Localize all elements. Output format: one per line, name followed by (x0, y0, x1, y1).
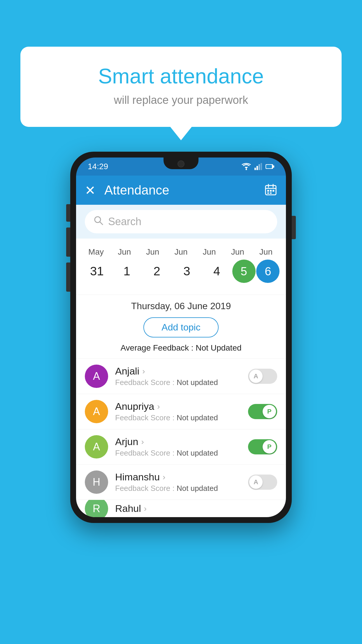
avatar-arjun: A (85, 435, 108, 459)
chevron-icon-anjali: › (142, 367, 145, 376)
volume-up-button (66, 204, 70, 222)
app-bar: ✕ Attendance (76, 176, 286, 205)
cal-month-1: Jun (110, 247, 138, 257)
bubble-subtitle: will replace your paperwork (44, 94, 318, 106)
cal-month-0: May (82, 247, 110, 257)
student-name-arjun[interactable]: Arjun › (115, 436, 248, 447)
chevron-icon-anupriya: › (157, 402, 160, 411)
status-icons (242, 163, 274, 170)
student-name-anupriya[interactable]: Anupriya › (115, 401, 248, 412)
front-camera (178, 160, 184, 167)
student-name-anjali[interactable]: Anjali › (115, 365, 248, 377)
date-info: Thursday, 06 June 2019 Add topic Average… (76, 295, 286, 358)
cal-month-2: Jun (138, 247, 167, 257)
bubble-title: Smart attendance (44, 64, 318, 88)
add-topic-button[interactable]: Add topic (143, 317, 218, 337)
search-placeholder: Search (108, 216, 141, 228)
toggle-arjun[interactable]: P (248, 439, 277, 454)
cal-month-4: Jun (195, 247, 224, 257)
student-info-partial: Rahul › (115, 503, 277, 514)
volume-down-button (66, 228, 70, 257)
avg-feedback: Average Feedback : Not Updated (85, 343, 277, 353)
phone-outer: 14:29 (70, 152, 292, 523)
toggle-anupriya[interactable]: P (248, 404, 277, 419)
svg-rect-7 (273, 165, 274, 168)
svg-marker-0 (245, 167, 248, 169)
student-info-anjali: Anjali › Feedback Score : Not updated (115, 365, 248, 387)
silent-button (66, 262, 70, 292)
student-item-anupriya: A Anupriya › Feedback Score : Not update… (76, 394, 286, 429)
svg-rect-8 (266, 165, 272, 168)
cal-month-6: Jun (252, 247, 280, 257)
battery-icon (266, 164, 274, 169)
avatar-anjali: A (85, 365, 108, 388)
student-info-himanshu: Himanshu › Feedback Score : Not updated (115, 471, 248, 493)
signal-icon (254, 163, 262, 170)
cal-month-3: Jun (167, 247, 195, 257)
svg-rect-17 (270, 192, 272, 194)
svg-rect-16 (267, 192, 269, 194)
cal-date-31[interactable]: 31 (82, 264, 111, 278)
speech-bubble: Smart attendance will replace your paper… (20, 47, 342, 127)
feedback-anjali: Feedback Score : Not updated (115, 378, 248, 387)
chevron-icon-himanshu: › (163, 473, 165, 482)
student-name-partial[interactable]: Rahul › (115, 503, 277, 514)
chevron-icon-partial: › (144, 504, 147, 513)
avg-feedback-value: Not Updated (196, 343, 241, 352)
svg-rect-13 (267, 190, 269, 192)
students-list: A Anjali › Feedback Score : Not updated … (76, 358, 286, 517)
chevron-icon-arjun: › (141, 437, 144, 447)
student-info-arjun: Arjun › Feedback Score : Not updated (115, 436, 248, 458)
phone-screen: 14:29 (76, 158, 286, 517)
power-button (292, 216, 296, 239)
app-bar-title: Attendance (104, 183, 264, 197)
student-item-anjali: A Anjali › Feedback Score : Not updated … (76, 358, 286, 394)
calendar-dates: 31 1 2 3 4 5 6 (82, 260, 280, 283)
svg-rect-14 (270, 190, 272, 192)
cal-date-4[interactable]: 4 (202, 264, 231, 278)
student-item-arjun: A Arjun › Feedback Score : Not updated P (76, 429, 286, 464)
feedback-himanshu: Feedback Score : Not updated (115, 484, 248, 493)
cal-date-1[interactable]: 1 (112, 264, 141, 278)
student-name-himanshu[interactable]: Himanshu › (115, 471, 248, 483)
search-icon (94, 216, 103, 228)
speech-bubble-container: Smart attendance will replace your paper… (20, 47, 342, 127)
phone-container: 14:29 (70, 152, 292, 523)
avg-feedback-label: Average Feedback : (120, 343, 196, 352)
calendar-container: May Jun Jun Jun Jun Jun Jun 31 1 2 3 4 5… (76, 239, 286, 295)
student-item-himanshu: H Himanshu › Feedback Score : Not update… (76, 464, 286, 500)
svg-line-19 (100, 222, 103, 225)
student-item-partial: R Rahul › (76, 500, 286, 517)
avatar-partial: R (85, 500, 108, 517)
svg-point-1 (246, 169, 247, 170)
status-time: 14:29 (88, 162, 108, 171)
calendar-icon[interactable] (264, 183, 277, 197)
svg-rect-2 (254, 168, 256, 170)
search-bar[interactable]: Search (85, 210, 277, 233)
close-button[interactable]: ✕ (85, 183, 96, 198)
svg-rect-15 (273, 190, 274, 192)
student-info-anupriya: Anupriya › Feedback Score : Not updated (115, 401, 248, 422)
search-bar-container: Search (76, 205, 286, 239)
cal-date-5-today[interactable]: 5 (232, 260, 256, 283)
svg-rect-5 (261, 163, 262, 170)
cal-date-3[interactable]: 3 (172, 264, 201, 278)
feedback-anupriya: Feedback Score : Not updated (115, 413, 248, 422)
calendar-months: May Jun Jun Jun Jun Jun Jun (82, 247, 280, 257)
avatar-himanshu: H (85, 470, 108, 494)
cal-date-6-selected[interactable]: 6 (256, 260, 280, 283)
svg-rect-4 (259, 164, 260, 170)
cal-month-5: Jun (224, 247, 252, 257)
toggle-anjali[interactable]: A (248, 369, 277, 384)
cal-date-2[interactable]: 2 (142, 264, 171, 278)
svg-rect-3 (256, 166, 258, 170)
status-bar: 14:29 (76, 158, 286, 176)
feedback-arjun: Feedback Score : Not updated (115, 449, 248, 458)
full-date: Thursday, 06 June 2019 (85, 301, 277, 312)
wifi-icon (242, 163, 251, 170)
notch (164, 158, 198, 169)
avatar-anupriya: A (85, 400, 108, 423)
toggle-himanshu[interactable]: A (248, 475, 277, 490)
